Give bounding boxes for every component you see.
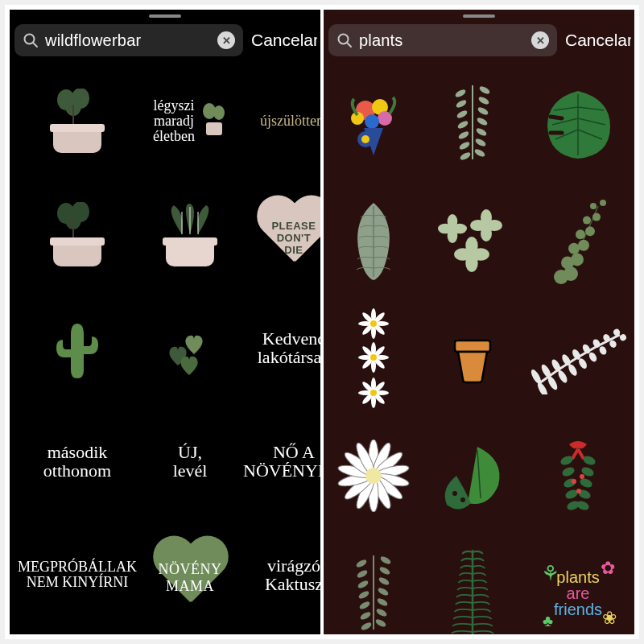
- noveny-mama-sticker[interactable]: NÖVÉNY MAMA: [145, 519, 235, 630]
- monstera-leaf-sticker[interactable]: [525, 66, 631, 180]
- search-input[interactable]: wildflowerbar ✕: [14, 24, 243, 56]
- svg-point-39: [438, 224, 452, 234]
- svg-point-136: [360, 621, 373, 631]
- svg-point-24: [458, 140, 471, 151]
- olive-branch-sticker[interactable]: [423, 66, 522, 180]
- svg-point-144: [357, 579, 369, 589]
- svg-point-7: [213, 105, 225, 120]
- svg-point-22: [459, 151, 472, 161]
- white-fern-sticker[interactable]: [525, 301, 631, 415]
- svg-point-138: [359, 610, 372, 621]
- svg-point-32: [455, 98, 468, 109]
- palm-frond-sticker[interactable]: [423, 536, 522, 634]
- clear-search-icon[interactable]: ✕: [217, 31, 235, 49]
- svg-point-134: [580, 474, 584, 479]
- alocasia-sticker[interactable]: [145, 180, 235, 290]
- eucalyptus-sticker[interactable]: [525, 184, 631, 298]
- search-query-text: plants: [359, 31, 525, 50]
- viragzo-kaktusz-sticker[interactable]: virágzó Kaktusz♥: [238, 519, 320, 630]
- legyszi-maradj-eletben-sticker[interactable]: légyszi maradj életben: [145, 66, 235, 176]
- svg-rect-8: [206, 122, 222, 135]
- svg-point-35: [478, 85, 491, 95]
- svg-point-135: [576, 489, 581, 493]
- svg-line-1: [33, 43, 37, 47]
- clear-search-icon[interactable]: ✕: [531, 31, 549, 49]
- svg-point-133: [572, 479, 576, 484]
- sage-branch-sticker[interactable]: [327, 536, 420, 634]
- svg-point-140: [358, 600, 371, 610]
- search-bar: plants ✕ Cancelar: [324, 10, 634, 64]
- grey-oak-leaf-sticker[interactable]: [327, 184, 420, 298]
- flower-bouquet-sticker[interactable]: [327, 66, 420, 180]
- svg-point-33: [477, 95, 490, 105]
- search-input[interactable]: plants ✕: [328, 24, 557, 56]
- drag-handle-icon[interactable]: [149, 14, 181, 18]
- megproballak-nem-kinyirni-sticker[interactable]: MEGPRÓBÁLLAK NEM KINYÍRNI: [13, 519, 142, 630]
- svg-point-58: [590, 203, 597, 209]
- svg-point-132: [576, 499, 591, 512]
- svg-point-145: [378, 576, 390, 586]
- svg-point-139: [375, 607, 388, 617]
- svg-point-34: [454, 88, 467, 98]
- empty-pot-sticker[interactable]: [423, 301, 522, 415]
- svg-point-147: [378, 565, 391, 576]
- svg-point-68: [370, 320, 377, 327]
- svg-point-19: [365, 114, 379, 129]
- fiddle-leaf-fig-sticker[interactable]: [13, 66, 142, 176]
- svg-point-121: [452, 491, 457, 496]
- svg-point-23: [473, 147, 486, 158]
- svg-point-31: [477, 105, 489, 116]
- sticker-search-panel: wildflowerbar ✕ Cancelar légyszi maradj …: [10, 10, 320, 634]
- svg-point-52: [568, 243, 580, 254]
- svg-point-25: [474, 137, 487, 147]
- svg-point-43: [470, 220, 486, 231]
- plants-are-friends-sticker[interactable]: ⚘✿plants are friends♣❀: [525, 536, 631, 634]
- no-a-novenyem-sticker[interactable]: NŐ A NÖVÉNYEM♥: [238, 406, 320, 516]
- sticker-grid: ⚘✿plants are friends♣❀: [324, 64, 634, 634]
- search-bar: wildflowerbar ✕ Cancelar: [10, 10, 320, 64]
- svg-point-56: [583, 217, 591, 225]
- cancel-button[interactable]: Cancelar: [562, 31, 631, 50]
- sticker-grid: légyszi maradj életbenújszülöttemPLEASE …: [10, 64, 320, 634]
- clover-cluster-sticker[interactable]: [423, 184, 522, 298]
- svg-point-101: [598, 345, 608, 357]
- svg-point-122: [460, 497, 465, 502]
- svg-point-53: [578, 240, 589, 251]
- svg-point-149: [379, 555, 392, 565]
- svg-point-29: [476, 116, 489, 126]
- daisy-trio-sticker[interactable]: [327, 301, 420, 415]
- svg-point-123: [559, 454, 575, 467]
- svg-point-143: [377, 586, 390, 597]
- monstera-pot-sticker[interactable]: [13, 180, 142, 290]
- svg-point-26: [457, 130, 470, 140]
- svg-point-28: [456, 119, 469, 130]
- svg-point-86: [370, 390, 377, 396]
- svg-point-59: [600, 200, 606, 206]
- svg-rect-87: [455, 341, 490, 352]
- svg-point-27: [475, 126, 488, 137]
- svg-point-146: [356, 568, 369, 579]
- svg-point-55: [585, 226, 595, 236]
- ujszulottem-sticker[interactable]: újszülöttem: [238, 66, 320, 176]
- svg-point-47: [454, 248, 472, 260]
- mistletoe-sticker[interactable]: [525, 419, 631, 533]
- svg-point-141: [376, 597, 389, 607]
- masodik-otthonom-sticker[interactable]: második otthonom: [13, 406, 142, 516]
- svg-point-102: [602, 333, 612, 343]
- svg-point-51: [571, 253, 584, 266]
- drag-handle-icon[interactable]: [463, 14, 495, 18]
- white-flower-sticker[interactable]: [327, 419, 420, 533]
- please-dont-die-sticker[interactable]: PLEASE DON'T DIE: [238, 180, 320, 290]
- svg-point-120: [365, 468, 382, 484]
- kedvenc-lakotarsak-sticker[interactable]: Kedvenc lakótársak: [238, 293, 320, 403]
- green-hearts-sticker[interactable]: [145, 293, 235, 403]
- svg-point-57: [592, 213, 601, 221]
- svg-point-105: [619, 333, 626, 342]
- tropical-leaves-sticker[interactable]: [423, 419, 522, 533]
- uj-level-sticker[interactable]: ÚJ, levél: [145, 406, 235, 516]
- cancel-button[interactable]: Cancelar: [248, 31, 317, 50]
- cactus-sticker[interactable]: [13, 293, 142, 403]
- svg-point-21: [361, 135, 369, 143]
- svg-line-14: [347, 43, 351, 47]
- svg-point-124: [582, 454, 597, 467]
